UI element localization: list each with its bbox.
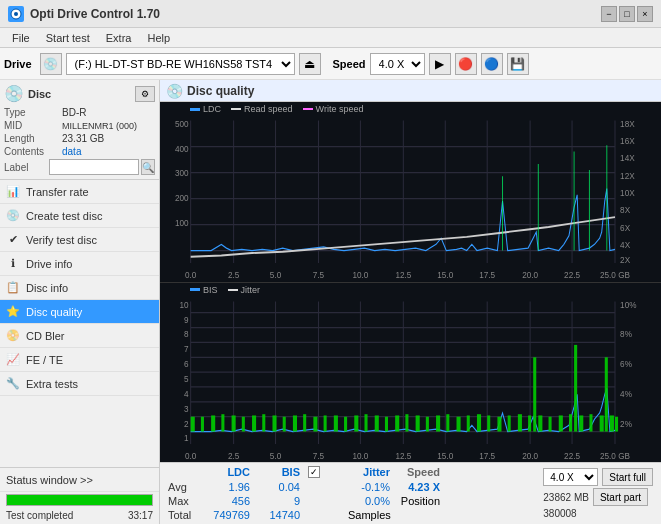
disc-quality-icon: ⭐: [6, 305, 20, 319]
ldc-legend-label: LDC: [203, 104, 221, 114]
svg-text:25.0 GB: 25.0 GB: [600, 450, 630, 461]
svg-rect-116: [395, 415, 399, 431]
svg-rect-124: [477, 414, 481, 431]
btn1[interactable]: 🔴: [455, 53, 477, 75]
svg-rect-112: [354, 415, 358, 431]
svg-text:17.5: 17.5: [479, 450, 495, 461]
checkbox-cell[interactable]: ✓: [304, 465, 344, 479]
max-jitter: 0.0%: [344, 494, 394, 508]
menu-start-test[interactable]: Start test: [38, 30, 98, 46]
jitter-checkbox[interactable]: ✓: [308, 466, 320, 478]
cd-bler-icon: 📀: [6, 329, 20, 343]
speed-current: 4.23 X: [394, 480, 444, 494]
speed-select[interactable]: 4.0 X 2.0 X 1.0 X: [370, 53, 425, 75]
position-label: Position: [394, 494, 444, 508]
svg-text:12X: 12X: [620, 170, 635, 181]
speed-row: 4.0 X 2.0 X Start full: [543, 468, 653, 486]
svg-rect-105: [283, 416, 286, 431]
transfer-rate-label: Transfer rate: [26, 186, 89, 198]
start-part-button[interactable]: Start part: [593, 488, 648, 506]
svg-text:6%: 6%: [620, 358, 632, 369]
drive-icon-btn[interactable]: 💿: [40, 53, 62, 75]
avg-ldc: 1.96: [204, 480, 254, 494]
type-label: Type: [4, 107, 62, 118]
start-full-button[interactable]: Start full: [602, 468, 653, 486]
sidebar-item-transfer-rate[interactable]: 📊 Transfer rate: [0, 180, 159, 204]
svg-text:17.5: 17.5: [479, 269, 495, 280]
minimize-button[interactable]: −: [601, 6, 617, 22]
label-btn[interactable]: 🔍: [141, 159, 155, 175]
svg-text:4: 4: [184, 388, 189, 399]
avg-label: Avg: [164, 480, 204, 494]
menu-extra[interactable]: Extra: [98, 30, 140, 46]
speed-apply-btn[interactable]: ▶: [429, 53, 451, 75]
svg-rect-117: [405, 414, 408, 431]
svg-rect-140: [610, 415, 614, 431]
read-speed-legend-label: Read speed: [244, 104, 293, 114]
svg-rect-119: [426, 416, 429, 431]
max-empty: [304, 494, 344, 508]
disc-panel: 💿 Disc ⚙ Type BD-R MID MILLENMR1 (000) L…: [0, 80, 159, 180]
svg-rect-136: [579, 415, 583, 431]
sidebar-item-cd-bler[interactable]: 📀 CD Bler: [0, 324, 159, 348]
legend-write-speed: Write speed: [303, 104, 364, 114]
svg-text:2.5: 2.5: [228, 450, 239, 461]
status-window-btn[interactable]: Status window >>: [0, 468, 159, 492]
bis-header: BIS: [254, 465, 304, 479]
sidebar-item-verify-test-disc[interactable]: ✔ Verify test disc: [0, 228, 159, 252]
svg-point-1: [14, 12, 18, 16]
svg-text:2%: 2%: [620, 417, 632, 428]
eject-button[interactable]: ⏏: [299, 53, 321, 75]
sidebar-item-disc-quality[interactable]: ⭐ Disc quality: [0, 300, 159, 324]
svg-rect-108: [313, 416, 317, 431]
main-layout: 💿 Disc ⚙ Type BD-R MID MILLENMR1 (000) L…: [0, 80, 661, 524]
chart2-svg: 10 9 8 7 6 5 4 3 2 1 10% 8% 6% 4% 2%: [160, 283, 661, 463]
max-bis: 9: [254, 494, 304, 508]
total-empty: [304, 508, 344, 522]
speed-stats-header: Speed: [394, 465, 444, 479]
maximize-button[interactable]: □: [619, 6, 635, 22]
svg-text:200: 200: [175, 192, 189, 203]
sidebar-item-disc-info[interactable]: 📋 Disc info: [0, 276, 159, 300]
save-button[interactable]: 💾: [507, 53, 529, 75]
btn2[interactable]: 🔵: [481, 53, 503, 75]
svg-rect-137: [589, 414, 592, 431]
sidebar-item-extra-tests[interactable]: 🔧 Extra tests: [0, 372, 159, 396]
label-input[interactable]: [49, 159, 139, 175]
svg-rect-101: [242, 416, 245, 431]
close-button[interactable]: ×: [637, 6, 653, 22]
svg-rect-104: [272, 415, 276, 431]
sidebar-item-create-test-disc[interactable]: 💿 Create test disc: [0, 204, 159, 228]
speed-select-stats[interactable]: 4.0 X 2.0 X: [543, 468, 598, 486]
menu-help[interactable]: Help: [139, 30, 178, 46]
svg-rect-120: [436, 415, 440, 431]
svg-rect-122: [457, 416, 461, 431]
svg-rect-133: [559, 415, 563, 431]
legend-jitter: Jitter: [228, 285, 261, 295]
progress-bar: [7, 495, 152, 505]
svg-rect-107: [303, 414, 306, 431]
sidebar-item-fe-te[interactable]: 📈 FE / TE: [0, 348, 159, 372]
svg-text:22.5: 22.5: [564, 269, 580, 280]
svg-rect-125: [487, 415, 490, 431]
menu-file[interactable]: File: [4, 30, 38, 46]
svg-text:16X: 16X: [620, 135, 635, 146]
sidebar-item-drive-info[interactable]: ℹ Drive info: [0, 252, 159, 276]
max-ldc: 456: [204, 494, 254, 508]
avg-bis: 0.04: [254, 480, 304, 494]
svg-text:20.0: 20.0: [522, 269, 538, 280]
svg-text:7.5: 7.5: [313, 269, 324, 280]
svg-text:5.0: 5.0: [270, 269, 281, 280]
svg-text:5: 5: [184, 373, 189, 384]
svg-text:1: 1: [184, 432, 189, 443]
svg-text:14X: 14X: [620, 153, 635, 164]
svg-text:5.0: 5.0: [270, 450, 281, 461]
disc-options-btn[interactable]: ⚙: [135, 86, 155, 102]
drive-select[interactable]: (F:) HL-DT-ST BD-RE WH16NS58 TST4: [66, 53, 295, 75]
status-text-row: Test completed 33:17: [0, 508, 159, 524]
create-test-disc-icon: 💿: [6, 209, 20, 223]
disc-quality-title: Disc quality: [187, 84, 254, 98]
position-value: 23862 MB: [543, 492, 589, 503]
svg-text:8X: 8X: [620, 205, 630, 216]
svg-text:9: 9: [184, 313, 189, 324]
